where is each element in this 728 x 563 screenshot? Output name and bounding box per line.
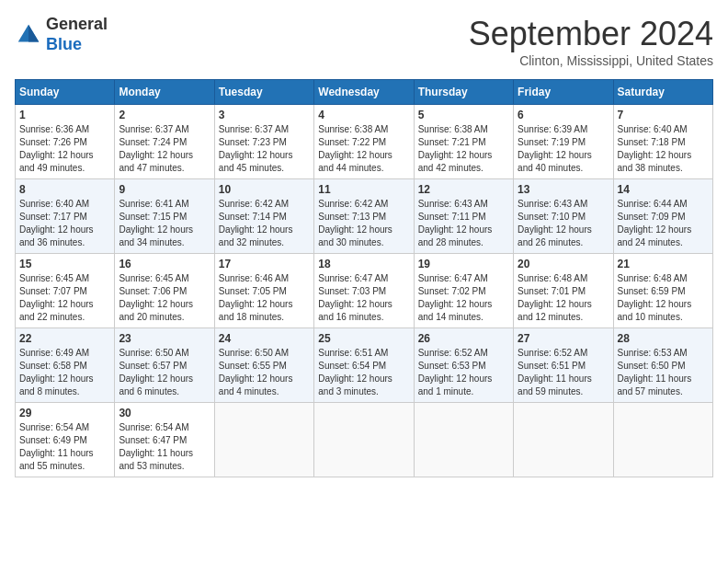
table-row: 26Sunrise: 6:52 AMSunset: 6:53 PMDayligh… — [414, 328, 513, 403]
day-info: Sunrise: 6:48 AMSunset: 6:59 PMDaylight:… — [618, 273, 692, 322]
table-row: 16Sunrise: 6:45 AMSunset: 7:06 PMDayligh… — [115, 254, 214, 328]
title-section: September 2024 Clinton, Mississippi, Uni… — [469, 15, 713, 68]
calendar-week-row: 1Sunrise: 6:36 AMSunset: 7:26 PMDaylight… — [16, 105, 713, 179]
table-row: 1Sunrise: 6:36 AMSunset: 7:26 PMDaylight… — [16, 105, 115, 179]
day-info: Sunrise: 6:44 AMSunset: 7:09 PMDaylight:… — [618, 199, 692, 247]
table-row: 14Sunrise: 6:44 AMSunset: 7:09 PMDayligh… — [613, 179, 712, 254]
day-info: Sunrise: 6:47 AMSunset: 7:03 PMDaylight:… — [318, 273, 392, 322]
day-number: 23 — [119, 332, 210, 345]
table-row: 12Sunrise: 6:43 AMSunset: 7:11 PMDayligh… — [414, 179, 513, 254]
day-number: 27 — [518, 332, 609, 345]
day-number: 24 — [219, 332, 310, 345]
day-number: 8 — [19, 183, 110, 196]
day-number: 1 — [19, 109, 110, 121]
table-row — [314, 403, 414, 477]
day-info: Sunrise: 6:42 AMSunset: 7:13 PMDaylight:… — [318, 199, 392, 247]
table-row: 3Sunrise: 6:37 AMSunset: 7:23 PMDaylight… — [214, 105, 313, 179]
table-row: 8Sunrise: 6:40 AMSunset: 7:17 PMDaylight… — [16, 179, 115, 254]
table-row: 30Sunrise: 6:54 AMSunset: 6:47 PMDayligh… — [115, 403, 214, 477]
day-info: Sunrise: 6:41 AMSunset: 7:15 PMDaylight:… — [119, 199, 193, 247]
calendar-header-row: Sunday Monday Tuesday Wednesday Thursday… — [16, 80, 713, 105]
day-number: 5 — [418, 109, 509, 121]
day-number: 16 — [119, 258, 210, 270]
day-info: Sunrise: 6:46 AMSunset: 7:05 PMDaylight:… — [219, 273, 293, 322]
table-row: 15Sunrise: 6:45 AMSunset: 7:07 PMDayligh… — [16, 254, 115, 328]
day-number: 17 — [219, 258, 310, 270]
header-sunday: Sunday — [16, 80, 115, 105]
calendar-week-row: 15Sunrise: 6:45 AMSunset: 7:07 PMDayligh… — [16, 254, 713, 328]
table-row: 27Sunrise: 6:52 AMSunset: 6:51 PMDayligh… — [514, 328, 613, 403]
day-number: 7 — [618, 109, 709, 121]
day-number: 13 — [518, 183, 609, 196]
calendar-table: Sunday Monday Tuesday Wednesday Thursday… — [15, 79, 713, 477]
day-info: Sunrise: 6:37 AMSunset: 7:24 PMDaylight:… — [119, 124, 193, 173]
day-number: 11 — [318, 183, 409, 196]
day-info: Sunrise: 6:47 AMSunset: 7:02 PMDaylight:… — [418, 273, 493, 322]
table-row — [514, 403, 613, 477]
day-info: Sunrise: 6:38 AMSunset: 7:21 PMDaylight:… — [418, 124, 493, 173]
day-number: 19 — [418, 258, 509, 270]
day-info: Sunrise: 6:37 AMSunset: 7:23 PMDaylight:… — [219, 124, 293, 173]
day-number: 25 — [318, 332, 409, 345]
logo: General Blue — [15, 15, 108, 54]
table-row: 29Sunrise: 6:54 AMSunset: 6:49 PMDayligh… — [16, 403, 115, 477]
table-row: 24Sunrise: 6:50 AMSunset: 6:55 PMDayligh… — [214, 328, 313, 403]
day-number: 28 — [618, 332, 709, 345]
page-header: General Blue September 2024 Clinton, Mis… — [15, 15, 713, 68]
day-number: 4 — [318, 109, 409, 121]
day-number: 12 — [418, 183, 509, 196]
day-info: Sunrise: 6:50 AMSunset: 6:55 PMDaylight:… — [219, 348, 293, 396]
day-info: Sunrise: 6:45 AMSunset: 7:07 PMDaylight:… — [19, 273, 94, 322]
table-row: 4Sunrise: 6:38 AMSunset: 7:22 PMDaylight… — [314, 105, 414, 179]
day-number: 15 — [19, 258, 110, 270]
day-number: 22 — [19, 332, 110, 345]
day-number: 26 — [418, 332, 509, 345]
day-info: Sunrise: 6:38 AMSunset: 7:22 PMDaylight:… — [318, 124, 392, 173]
day-info: Sunrise: 6:39 AMSunset: 7:19 PMDaylight:… — [518, 124, 592, 173]
logo-general: General — [46, 15, 108, 33]
day-number: 6 — [518, 109, 609, 121]
table-row: 2Sunrise: 6:37 AMSunset: 7:24 PMDaylight… — [115, 105, 214, 179]
header-friday: Friday — [514, 80, 613, 105]
day-number: 10 — [219, 183, 310, 196]
calendar-week-row: 29Sunrise: 6:54 AMSunset: 6:49 PMDayligh… — [16, 403, 713, 477]
logo-icon — [15, 21, 42, 49]
day-number: 20 — [518, 258, 609, 270]
table-row: 7Sunrise: 6:40 AMSunset: 7:18 PMDaylight… — [613, 105, 712, 179]
day-number: 21 — [618, 258, 709, 270]
day-info: Sunrise: 6:49 AMSunset: 6:58 PMDaylight:… — [19, 348, 94, 396]
table-row: 6Sunrise: 6:39 AMSunset: 7:19 PMDaylight… — [514, 105, 613, 179]
table-row: 5Sunrise: 6:38 AMSunset: 7:21 PMDaylight… — [414, 105, 513, 179]
table-row: 28Sunrise: 6:53 AMSunset: 6:50 PMDayligh… — [613, 328, 712, 403]
month-title: September 2024 — [469, 15, 713, 53]
day-info: Sunrise: 6:51 AMSunset: 6:54 PMDaylight:… — [318, 348, 392, 396]
logo-blue: Blue — [46, 35, 82, 53]
table-row: 21Sunrise: 6:48 AMSunset: 6:59 PMDayligh… — [613, 254, 712, 328]
table-row: 22Sunrise: 6:49 AMSunset: 6:58 PMDayligh… — [16, 328, 115, 403]
table-row — [414, 403, 513, 477]
day-number: 14 — [618, 183, 709, 196]
day-number: 30 — [119, 407, 210, 419]
day-info: Sunrise: 6:40 AMSunset: 7:18 PMDaylight:… — [618, 124, 692, 173]
table-row: 23Sunrise: 6:50 AMSunset: 6:57 PMDayligh… — [115, 328, 214, 403]
header-thursday: Thursday — [414, 80, 513, 105]
header-saturday: Saturday — [613, 80, 712, 105]
table-row: 19Sunrise: 6:47 AMSunset: 7:02 PMDayligh… — [414, 254, 513, 328]
calendar-week-row: 22Sunrise: 6:49 AMSunset: 6:58 PMDayligh… — [16, 328, 713, 403]
day-info: Sunrise: 6:54 AMSunset: 6:47 PMDaylight:… — [119, 422, 193, 471]
day-info: Sunrise: 6:48 AMSunset: 7:01 PMDaylight:… — [518, 273, 592, 322]
table-row: 20Sunrise: 6:48 AMSunset: 7:01 PMDayligh… — [514, 254, 613, 328]
header-monday: Monday — [115, 80, 214, 105]
day-number: 2 — [119, 109, 210, 121]
day-info: Sunrise: 6:42 AMSunset: 7:14 PMDaylight:… — [219, 199, 293, 247]
day-info: Sunrise: 6:52 AMSunset: 6:51 PMDaylight:… — [518, 348, 592, 396]
table-row: 18Sunrise: 6:47 AMSunset: 7:03 PMDayligh… — [314, 254, 414, 328]
day-info: Sunrise: 6:50 AMSunset: 6:57 PMDaylight:… — [119, 348, 193, 396]
day-info: Sunrise: 6:45 AMSunset: 7:06 PMDaylight:… — [119, 273, 193, 322]
day-info: Sunrise: 6:43 AMSunset: 7:10 PMDaylight:… — [518, 199, 592, 247]
table-row: 9Sunrise: 6:41 AMSunset: 7:15 PMDaylight… — [115, 179, 214, 254]
day-info: Sunrise: 6:52 AMSunset: 6:53 PMDaylight:… — [418, 348, 493, 396]
day-number: 29 — [19, 407, 110, 419]
location-subtitle: Clinton, Mississippi, United States — [469, 53, 713, 68]
table-row: 10Sunrise: 6:42 AMSunset: 7:14 PMDayligh… — [214, 179, 313, 254]
